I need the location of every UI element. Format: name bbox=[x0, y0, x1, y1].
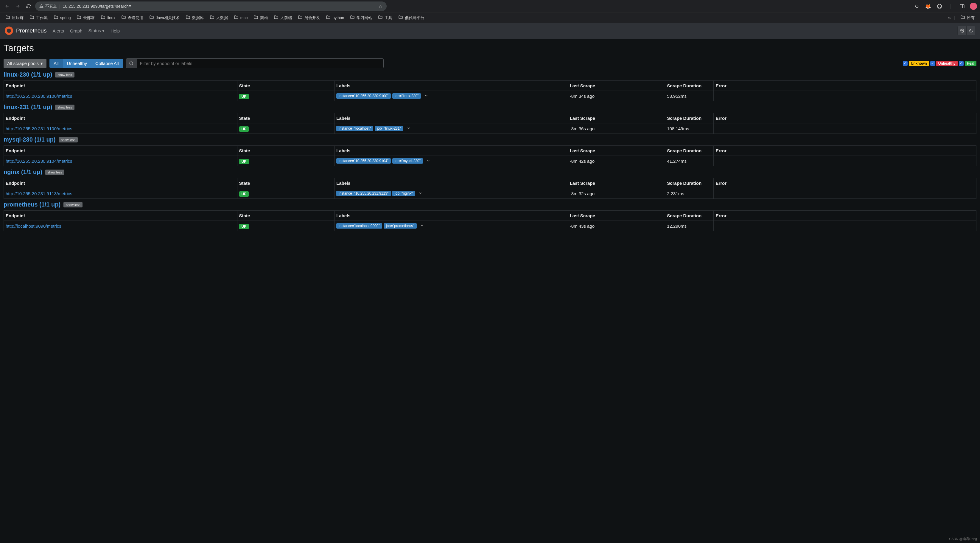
bookmark-item[interactable]: 希遇使用 bbox=[119, 14, 146, 22]
folder-icon bbox=[326, 15, 331, 21]
label-pill: instance="10.255.20.230:9100" bbox=[336, 93, 391, 99]
folder-icon bbox=[149, 15, 154, 21]
th-error: Error bbox=[714, 81, 977, 91]
ext-fox-icon[interactable]: 🦊 bbox=[924, 3, 932, 10]
pool-title[interactable]: linux-231 (1/1 up) bbox=[3, 104, 52, 111]
state-badge: UP bbox=[239, 191, 249, 197]
bookmark-label: spring bbox=[60, 16, 71, 20]
endpoint-link[interactable]: http://10.255.20.230:9100/metrics bbox=[6, 94, 72, 99]
chevron-down-icon[interactable] bbox=[426, 159, 430, 164]
chevron-down-icon[interactable] bbox=[407, 126, 411, 131]
bookmark-item[interactable]: 区块链 bbox=[3, 14, 26, 22]
pool-title[interactable]: nginx (1/1 up) bbox=[3, 169, 42, 175]
pool-title[interactable]: prometheus (1/1 up) bbox=[3, 201, 60, 208]
ext-circle-icon[interactable] bbox=[913, 3, 920, 10]
sidepanel-icon[interactable] bbox=[959, 3, 966, 10]
bookmark-item[interactable]: python bbox=[323, 14, 347, 22]
prometheus-brand[interactable]: Prometheus bbox=[5, 27, 46, 35]
th-state: State bbox=[237, 81, 334, 91]
table-row: http://10.255.20.231:9100/metricsUPinsta… bbox=[4, 123, 977, 134]
table-row: http://10.255.20.230:9104/metricsUPinsta… bbox=[4, 156, 977, 166]
label-pill: job="linux-230" bbox=[392, 93, 421, 99]
error-cell bbox=[714, 221, 977, 231]
bookmark-item[interactable]: 混合开发 bbox=[296, 14, 322, 22]
scrape-duration: 2.231ms bbox=[665, 188, 714, 199]
show-less-button[interactable]: show less bbox=[55, 72, 74, 78]
scrape-duration: 53.952ms bbox=[665, 91, 714, 101]
forward-button[interactable] bbox=[14, 2, 22, 10]
nav-alerts[interactable]: Alerts bbox=[52, 28, 64, 33]
error-cell bbox=[714, 91, 977, 101]
scrape-pools-dropdown[interactable]: All scrape pools ▾ bbox=[3, 59, 46, 68]
url-bar[interactable]: 不安全 | 10.255.20.231:9090/targets?search=… bbox=[35, 2, 387, 11]
chevron-down-icon[interactable] bbox=[424, 94, 428, 99]
th-labels: Labels bbox=[334, 113, 568, 123]
show-less-button[interactable]: show less bbox=[59, 137, 78, 142]
filter-all-button[interactable]: All bbox=[49, 59, 63, 68]
bookmark-item[interactable]: 学习网站 bbox=[348, 14, 374, 22]
all-bookmarks[interactable]: 所有 bbox=[958, 14, 977, 22]
legend-unhealthy-checkbox[interactable]: ✓ bbox=[930, 61, 935, 66]
extensions-icon[interactable] bbox=[936, 3, 943, 10]
bookmark-item[interactable]: 数据库 bbox=[183, 14, 206, 22]
bookmark-item[interactable]: 大前端 bbox=[271, 14, 294, 22]
th-state: State bbox=[237, 178, 334, 188]
bookmark-label: linux bbox=[107, 16, 115, 20]
back-button[interactable] bbox=[3, 2, 11, 10]
endpoint-link[interactable]: http://localhost:9090/metrics bbox=[6, 223, 61, 229]
bookmark-item[interactable]: spring bbox=[51, 14, 73, 22]
all-bookmarks-label: 所有 bbox=[967, 15, 975, 21]
bookmark-label: 区块链 bbox=[12, 15, 24, 21]
bookmark-item[interactable]: Java相关技术 bbox=[147, 14, 182, 22]
th-labels: Labels bbox=[334, 211, 568, 221]
bookmark-item[interactable]: 大数据 bbox=[207, 14, 230, 22]
th-endpoint: Endpoint bbox=[4, 113, 237, 123]
filter-unhealthy-button[interactable]: Unhealthy bbox=[63, 59, 91, 68]
bookmark-item[interactable]: 工作流 bbox=[27, 14, 50, 22]
th-labels: Labels bbox=[334, 146, 568, 156]
bookmark-label: 学习网站 bbox=[356, 15, 372, 21]
profile-avatar[interactable] bbox=[970, 3, 977, 10]
nav-graph[interactable]: Graph bbox=[70, 28, 83, 33]
nav-status[interactable]: Status ▾ bbox=[89, 28, 105, 33]
endpoint-link[interactable]: http://10.255.20.230:9104/metrics bbox=[6, 159, 72, 164]
chevron-down-icon[interactable] bbox=[420, 223, 424, 229]
th-last-scrape: Last Scrape bbox=[568, 113, 665, 123]
filter-button-group: All Unhealthy Collapse All bbox=[49, 59, 123, 68]
settings-button[interactable] bbox=[957, 26, 966, 35]
pool-title[interactable]: mysql-230 (1/1 up) bbox=[3, 136, 56, 143]
show-less-button[interactable]: show less bbox=[64, 202, 83, 207]
nav-help[interactable]: Help bbox=[110, 28, 120, 33]
bookmark-star-icon[interactable]: ☆ bbox=[379, 4, 382, 9]
legend-unknown-checkbox[interactable]: ✓ bbox=[903, 61, 908, 66]
label-pill: job="prometheus" bbox=[383, 223, 417, 229]
state-badge: UP bbox=[239, 94, 249, 99]
search-input[interactable] bbox=[137, 59, 383, 68]
table-row: http://10.255.20.230:9100/metricsUPinsta… bbox=[4, 91, 977, 101]
folder-icon bbox=[54, 15, 58, 21]
svg-point-2 bbox=[961, 30, 963, 31]
endpoint-link[interactable]: http://10.255.20.231:9100/metrics bbox=[6, 126, 72, 131]
endpoint-link[interactable]: http://10.255.20.231:9113/metrics bbox=[6, 191, 72, 196]
reload-button[interactable] bbox=[24, 2, 33, 10]
legend-healthy-checkbox[interactable]: ✓ bbox=[959, 61, 964, 66]
theme-toggle-button[interactable] bbox=[966, 26, 975, 35]
pool-title[interactable]: linux-230 (1/1 up) bbox=[3, 71, 52, 78]
bookmark-item[interactable]: 架构 bbox=[251, 14, 270, 22]
bookmark-item[interactable]: mac bbox=[231, 14, 250, 22]
th-endpoint: Endpoint bbox=[4, 146, 237, 156]
bookmark-item[interactable]: 工具 bbox=[375, 14, 395, 22]
bookmark-item[interactable]: 低代码平台 bbox=[396, 14, 426, 22]
chevron-down-icon: ▾ bbox=[40, 61, 43, 66]
folder-icon bbox=[76, 15, 81, 21]
show-less-button[interactable]: show less bbox=[45, 170, 64, 175]
bookmarks-overflow-icon[interactable]: » bbox=[948, 15, 951, 21]
show-less-button[interactable]: show less bbox=[55, 105, 74, 110]
collapse-all-button[interactable]: Collapse All bbox=[91, 59, 123, 68]
th-duration: Scrape Duration bbox=[665, 113, 714, 123]
bookmark-item[interactable]: 云部署 bbox=[74, 14, 97, 22]
legend-healthy-badge: Heal bbox=[965, 61, 977, 66]
chevron-down-icon[interactable] bbox=[418, 191, 422, 196]
th-endpoint: Endpoint bbox=[4, 81, 237, 91]
bookmark-item[interactable]: linux bbox=[98, 14, 118, 22]
